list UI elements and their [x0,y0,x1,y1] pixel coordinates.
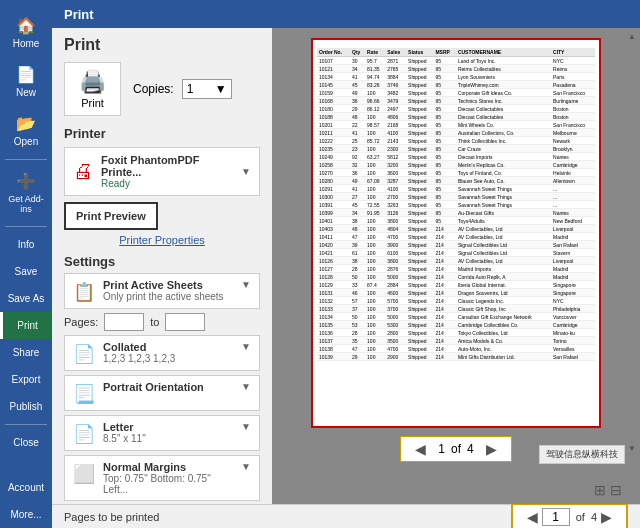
table-cell: 10249 [317,153,350,161]
table-cell: 85.72 [365,137,385,145]
table-cell: 100 [365,249,385,257]
table-cell: Shipped [406,249,433,257]
open-icon: 📂 [16,114,36,133]
table-cell: 4700 [385,233,406,241]
sidebar-item-close[interactable]: Close [0,429,52,456]
sidebar-label-new: New [16,87,36,98]
bottom-prev-button[interactable]: ◀ [523,509,542,525]
table-cell: Diecast Collectables [456,105,551,113]
pages-to-input[interactable] [165,313,205,331]
table-cell: 39 [350,241,365,249]
sidebar-item-save[interactable]: Save [0,258,52,285]
page-num-display: 1 of 4 [438,442,473,456]
table-cell: 10188 [317,113,350,121]
sidebar-item-account[interactable]: Account [0,474,52,501]
table-cell: 29 [350,353,365,361]
sidebar-item-open[interactable]: 📂 Open [0,106,52,155]
table-cell: 10391 [317,201,350,209]
table-cell: San Francisco [551,121,595,129]
table-cell: 95 [433,81,456,89]
printer-properties-link[interactable]: Printer Properties [64,234,260,246]
printer-dropdown-icon: ▼ [241,166,251,177]
collated-setting[interactable]: 📄 Collated 1,2,3 1,2,3 1,2,3 ▼ [64,335,260,371]
pages-to-print-label: Pages to be printed [64,511,159,523]
scroll-down-icon[interactable]: ▼ [628,444,636,453]
table-cell: Toys4Adults [456,217,551,225]
table-cell: 4100 [385,185,406,193]
table-cell: 2900 [385,353,406,361]
table-row: 10401381003800Shipped95Toys4AdultsNew Be… [317,217,595,225]
table-row: 10134501005000Shipped214Canadian Gift Ex… [317,313,595,321]
bottom-next-button[interactable]: ▶ [597,509,616,525]
printer-selector[interactable]: 🖨 Foxit PhantomPDF Printe... Ready ▼ [64,147,260,196]
table-cell: 94.74 [365,73,385,81]
sidebar-item-addins[interactable]: ➕ Get Add-ins [0,164,52,222]
table-cell: 98.57 [365,121,385,129]
orientation-setting[interactable]: 📃 Portrait Orientation ▼ [64,375,260,411]
scroll-top-area: ▲ [628,32,636,41]
table-cell: 95 [433,97,456,105]
sidebar-item-publish[interactable]: Publish [0,393,52,420]
table-cell: 27 [350,193,365,201]
table-row: 10128501005000Shipped214Corrida Auto Rep… [317,273,595,281]
sidebar-item-saveas[interactable]: Save As [0,285,52,312]
zoom-icon[interactable]: ⊟ [610,482,622,498]
table-cell: Brooklyn [551,145,595,153]
sidebar-item-export[interactable]: Export [0,366,52,393]
next-page-button[interactable]: ▶ [482,441,501,457]
table-cell: Shipped [406,89,433,97]
table-cell: Liverpool [551,225,595,233]
table-cell: 30 [350,57,365,65]
copies-stepper[interactable]: 1 ▼ [182,79,232,99]
orientation-icon: 📃 [73,381,95,405]
sidebar-item-print[interactable]: Print [0,312,52,339]
sidebar-item-new[interactable]: 📄 New [0,57,52,106]
col-sales: Sales [385,48,406,57]
table-cell: Merlin's Replicas Co. [456,161,551,169]
table-cell: Diecast Collectables [456,113,551,121]
table-cell: 100 [365,257,385,265]
sidebar-item-more[interactable]: More... [0,501,52,528]
table-cell: 2300 [385,145,406,153]
table-row: 10300271002700Shipped95Savannah Sweet Th… [317,193,595,201]
paper-setting[interactable]: 📄 Letter 8.5" x 11" ▼ [64,415,260,451]
pages-from-input[interactable] [104,313,144,331]
table-row: 103914572.553263Shipped95Savannah Sweet … [317,201,595,209]
print-button[interactable]: 🖨️ Print [64,62,121,116]
print-panel: Print 🖨️ Print Copies: 1 ▼ Printer [52,28,272,504]
table-cell: 95 [433,121,456,129]
sidebar-item-home[interactable]: 🏠 Home [0,8,52,57]
copies-arrow-icon: ▼ [215,82,227,96]
sidebar-item-info[interactable]: Info [0,231,52,258]
margins-setting[interactable]: ⬜ Normal Margins Top: 0.75" Bottom: 0.75… [64,455,260,501]
table-cell: Technics Stores Inc. [456,97,551,105]
table-cell: 95 [433,145,456,153]
sheets-icon: 📋 [73,279,95,303]
table-cell: 3479 [385,97,406,105]
table-cell: 10411 [317,233,350,241]
table-cell: Reims [551,65,595,73]
prev-page-button[interactable]: ◀ [411,441,430,457]
table-cell: 2765 [385,65,406,73]
table-cell: Shipped [406,169,433,177]
table-cell: Nantes [551,153,595,161]
collated-dropdown-icon: ▼ [241,341,251,352]
margins-main: Normal Margins [103,461,233,473]
table-cell: AV Collectables, Ltd [456,225,551,233]
margins-text: Normal Margins Top: 0.75" Bottom: 0.75" … [103,461,233,495]
sheets-sub: Only print the active sheets [103,291,233,302]
table-cell: 63.27 [365,153,385,161]
bottom-page-input[interactable] [542,508,570,526]
table-cell: 95 [433,57,456,65]
print-sheets-setting[interactable]: 📋 Print Active Sheets Only print the act… [64,273,260,309]
table-cell: Boston [551,105,595,113]
table-cell: 214 [433,241,456,249]
table-row: 10421611006100Shipped214Signal Collectib… [317,249,595,257]
fit-page-icon[interactable]: ⊞ [594,482,606,498]
table-row: 101454583.263746Shipped95TripleWhimey.co… [317,81,595,89]
table-cell: 5700 [385,297,406,305]
table-cell: 3263 [385,201,406,209]
scroll-up-icon[interactable]: ▲ [628,32,636,41]
sidebar-item-share[interactable]: Share [0,339,52,366]
table-cell: Allentown [551,177,595,185]
